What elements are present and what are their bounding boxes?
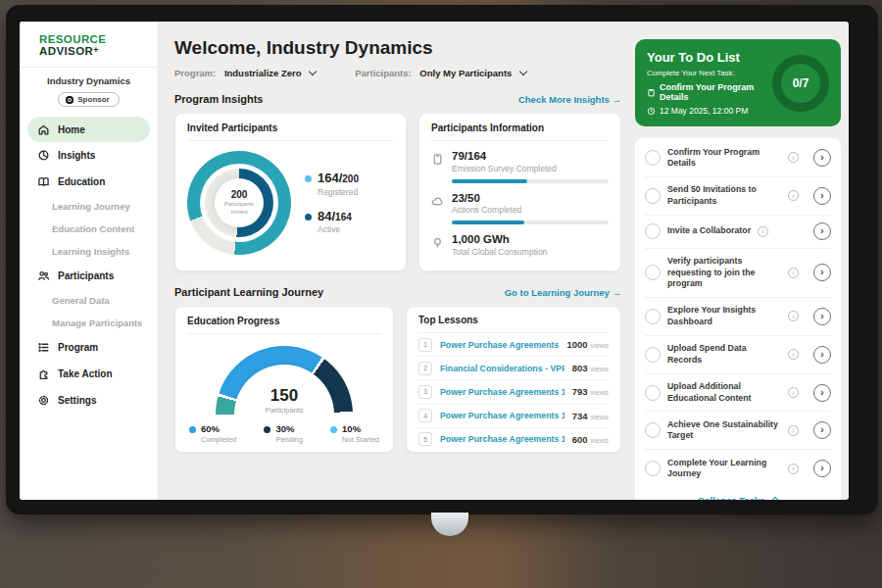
sidebar-item-label: Participants [58,270,114,281]
insights-icon [37,149,50,162]
sidebar-item-education-content[interactable]: Education Content [20,218,158,240]
task-info-icon[interactable]: i [788,152,799,163]
task-info-icon[interactable]: i [758,226,768,237]
sidebar-item-home[interactable]: Home [27,117,150,142]
task-row[interactable]: Upload Spend Data Records i › [645,336,831,374]
task-open-button[interactable]: › [813,222,831,240]
task-row[interactable]: Verify participants requesting to join t… [645,249,831,298]
task-info-icon[interactable]: i [788,268,799,278]
collapse-tasks-link[interactable]: Collapse Tasks [645,487,831,500]
gauge-center-label: Participants [216,406,353,415]
lesson-views-label: views [590,365,609,373]
sidebar-item-learning-insights[interactable]: Learning Insights [20,240,158,263]
sidebar-item-label: Education Content [52,223,134,234]
task-open-button[interactable]: › [813,421,831,439]
task-checkbox[interactable] [645,265,661,280]
stat-label: Total Global Consumption [452,247,609,257]
filter-bar: Program: Industrialize Zero Participants… [174,68,621,78]
sidebar-item-education[interactable]: Education [20,169,158,195]
program-dropdown[interactable]: Program: Industrialize Zero [174,68,316,78]
sidebar-item-general-data[interactable]: General Data [20,289,158,312]
sidebar-item-label: Insights [58,150,95,161]
sidebar-item-label: Take Action [58,368,113,379]
task-label: Upload Additional Educational Content [667,381,781,404]
program-filter-value: Industrialize Zero [224,68,302,78]
sidebar-item-label: Learning Journey [52,201,130,212]
learning-journey-header: Participant Learning Journey Go to Learn… [174,286,621,298]
task-open-button[interactable]: › [813,384,831,402]
donut-center-label: Participants Invited [220,201,259,216]
task-info-icon[interactable]: i [788,311,799,321]
lesson-rank: 2 [418,362,432,375]
task-checkbox[interactable] [645,422,661,438]
legend-total: 200 [342,173,359,184]
todo-next-task: Confirm Your Program Details [647,82,772,102]
content-area: Welcome, Industry Dynamics Program: Indu… [159,22,849,500]
lesson-link[interactable]: Power Purchase Agreements 102 [440,411,564,420]
task-open-button[interactable]: › [813,149,831,167]
sidebar-item-take-action[interactable]: Take Action [20,361,158,387]
task-info-icon[interactable]: i [788,464,799,474]
section-title: Participant Learning Journey [174,286,323,298]
lesson-link[interactable]: Power Purchase Agreements 103 [440,434,564,444]
card-title: Participants Information [431,122,609,141]
task-open-button[interactable]: › [813,460,831,477]
lesson-views-count: 803 [572,363,588,373]
card-title: Invited Participants [187,122,394,141]
todo-due: 12 May 2025, 12:00 PM [647,106,772,116]
check-more-insights-link[interactable]: Check More Insights → [518,94,621,105]
clock-icon [647,107,656,116]
legend-label: Completed [201,435,236,444]
task-checkbox[interactable] [645,309,661,324]
task-row[interactable]: Confirm Your Program Details i › [645,139,831,177]
task-label: Explore Your Insights Dashboard [667,305,781,327]
legend-value: 84/ [318,209,335,223]
sidebar-item-manage-participants[interactable]: Manage Participants [20,312,158,334]
legend-total: 164 [335,212,352,222]
task-row[interactable]: Send 50 Invitations to Participants i › [645,177,831,216]
lesson-rank: 5 [418,432,432,446]
task-checkbox[interactable] [645,188,661,204]
actions-icon [431,195,444,208]
task-open-button[interactable]: › [813,187,831,205]
task-row[interactable]: Explore Your Insights Dashboard i › [645,298,831,336]
screen: RESOURCE ADVISOR+ Industry Dynamics Spon… [20,22,849,500]
program-filter-label: Program: [174,68,216,78]
participants-dropdown[interactable]: Participants: Only My Participants [355,68,526,78]
sidebar-item-program[interactable]: Program [20,334,158,361]
task-row[interactable]: Achieve One Sustainability Target i › [645,412,831,450]
task-checkbox[interactable] [645,223,661,239]
lesson-link[interactable]: Power Purchase Agreements 101 [440,340,559,350]
task-info-icon[interactable]: i [788,387,799,398]
task-info-icon[interactable]: i [788,190,799,201]
task-open-button[interactable]: › [813,264,831,281]
invited-participants-card: Invited Participants 200 Participants In… [174,113,407,271]
participants-information-card: Participants Information 79/164 Emission… [418,113,621,271]
legend-label: Active [318,224,352,234]
sidebar-item-participants[interactable]: Participants [20,263,158,289]
task-checkbox[interactable] [645,461,661,476]
task-checkbox[interactable] [645,347,661,363]
task-open-button[interactable]: › [813,308,831,325]
task-row[interactable]: Invite a Collaborator i › [645,216,831,249]
task-checkbox[interactable] [645,150,661,166]
sidebar-item-settings[interactable]: Settings [20,387,158,414]
lesson-link[interactable]: Financial Considerations - VPPAs [440,364,564,373]
logo-secondary: ADVISOR [39,45,93,57]
chevron-up-icon [771,497,779,500]
task-info-icon[interactable]: i [788,349,799,360]
todo-header-panel: Your To Do List Complete Your Next Task:… [635,39,841,126]
task-open-button[interactable]: › [813,346,831,364]
task-row[interactable]: Complete Your Learning Journey i › [645,450,831,487]
sidebar-nav: Home Insights Education Learning Journey… [20,117,158,414]
go-to-learning-journey-link[interactable]: Go to Learning Journey → [505,287,621,298]
legend-item-pending: 30% Pending [264,424,303,444]
task-checkbox[interactable] [645,385,661,401]
todo-progress-value: 0/7 [793,76,809,90]
task-info-icon[interactable]: i [788,425,799,436]
sidebar-item-insights[interactable]: Insights [20,142,158,169]
take-action-icon [37,368,50,380]
sidebar-item-learning-journey[interactable]: Learning Journey [20,195,158,218]
lesson-link[interactable]: Power Purchase Agreements 101 [440,387,564,397]
task-row[interactable]: Upload Additional Educational Content i … [645,374,831,413]
